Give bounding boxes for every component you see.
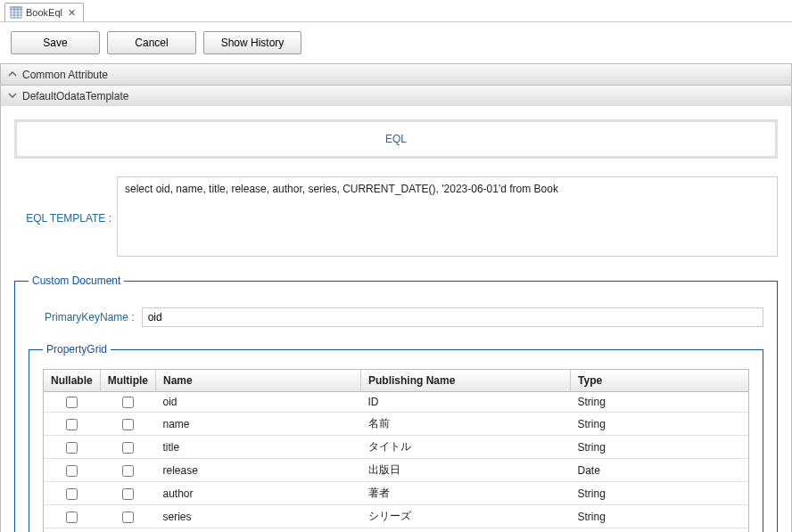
section-default-odata-template[interactable]: DefaultOdataTemplate [1,85,791,106]
cell-type: String [571,392,748,413]
table-row[interactable]: titleタイトルString [44,436,748,459]
cell-type: Date [571,528,748,532]
cancel-button[interactable]: Cancel [107,31,196,54]
eql-template-input[interactable] [117,176,778,257]
multiple-checkbox[interactable] [122,442,134,454]
table-row[interactable]: CURRENT_DATE()データ取得日Date [44,528,748,532]
nullable-checkbox[interactable] [66,397,78,408]
property-grid-fieldset: PropertyGrid Nullable Multiple Name Publ… [29,343,763,532]
nullable-checkbox[interactable] [66,419,78,430]
cell-publishing-name: 名前 [361,413,571,436]
cell-type: String [571,436,748,459]
cell-type: Date [571,459,748,482]
cell-type: String [571,413,748,436]
cell-name: oid [156,392,361,413]
nullable-checkbox[interactable] [66,512,78,523]
cell-publishing-name: 出版日 [361,459,571,482]
cell-publishing-name: データ取得日 [361,528,571,532]
cell-publishing-name: 著者 [361,482,571,505]
accordion: Common Attribute DefaultOdataTemplate EQ… [0,63,792,532]
col-nullable[interactable]: Nullable [44,370,100,392]
tab-label: BookEql [26,7,62,18]
cell-name: series [156,505,361,528]
col-name[interactable]: Name [156,370,361,392]
eql-heading: EQL [14,119,778,159]
table-row[interactable]: name名前String [44,413,748,436]
chevron-down-icon [8,91,17,102]
eql-template-label: EQL TEMPLATE : [14,176,117,225]
cell-name: title [156,436,361,459]
section-body: EQL EQL TEMPLATE : Custom Document Prima… [1,106,791,532]
svg-rect-1 [11,7,21,10]
table-row[interactable]: release出版日Date [44,459,748,482]
save-button[interactable]: Save [11,31,100,54]
property-grid-legend: PropertyGrid [43,343,111,356]
cell-type: String [571,482,748,505]
eql-template-row: EQL TEMPLATE : [14,176,778,257]
cell-name: author [156,482,361,505]
tab-bar: BookEql ✕ [0,0,792,22]
cell-name: release [156,459,361,482]
multiple-checkbox[interactable] [122,512,134,523]
tab-bookeql[interactable]: BookEql ✕ [4,3,84,21]
multiple-checkbox[interactable] [122,488,134,500]
nullable-checkbox[interactable] [66,465,78,477]
cell-publishing-name: シリーズ [361,505,571,528]
grid-header-row: Nullable Multiple Name Publishing Name T… [44,370,748,392]
table-row[interactable]: author著者String [44,482,748,505]
cell-name: CURRENT_DATE() [156,528,361,532]
nullable-checkbox[interactable] [66,442,78,454]
custom-document-legend: Custom Document [29,274,124,287]
multiple-checkbox[interactable] [122,465,134,477]
cell-type: String [571,505,748,528]
col-multiple[interactable]: Multiple [100,370,155,392]
grid-icon [10,6,22,19]
custom-document-fieldset: Custom Document PrimaryKeyName : Propert… [14,274,778,532]
property-grid: Nullable Multiple Name Publishing Name T… [43,369,749,532]
primary-key-label: PrimaryKeyName : [45,311,135,323]
eql-heading-label: EQL [385,133,407,145]
table-row[interactable]: oidIDString [44,392,748,413]
chevron-up-icon [8,70,17,80]
toolbar: Save Cancel Show History [0,22,792,63]
cell-publishing-name: ID [361,392,571,413]
close-icon[interactable]: ✕ [66,7,78,19]
table-row[interactable]: seriesシリーズString [44,505,748,528]
multiple-checkbox[interactable] [122,419,134,430]
primary-key-input[interactable] [142,307,763,327]
col-type[interactable]: Type [571,370,748,392]
section-common-attribute[interactable]: Common Attribute [1,63,791,85]
cell-publishing-name: タイトル [361,436,571,459]
multiple-checkbox[interactable] [122,397,134,408]
primary-key-row: PrimaryKeyName : [45,307,763,327]
section-title: DefaultOdataTemplate [22,90,128,102]
show-history-button[interactable]: Show History [203,31,301,54]
section-title: Common Attribute [22,69,108,81]
cell-name: name [156,413,361,436]
nullable-checkbox[interactable] [66,488,78,500]
col-publishing-name[interactable]: Publishing Name [361,370,571,392]
